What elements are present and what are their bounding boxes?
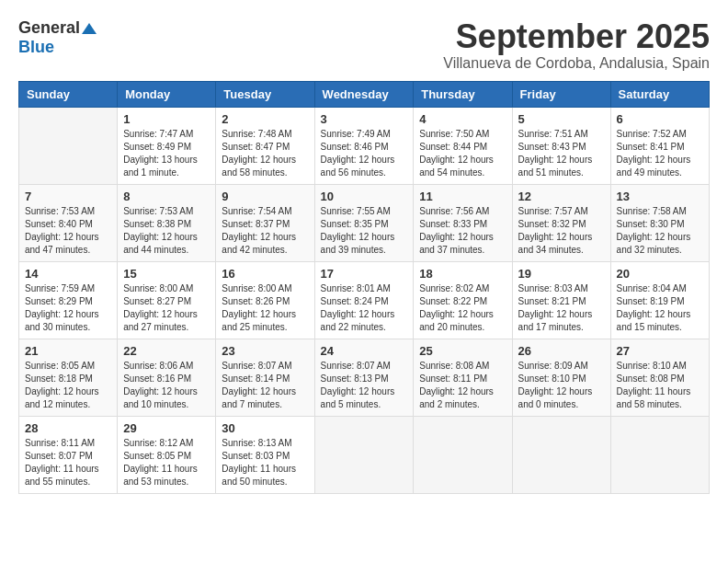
day-number: 13 xyxy=(617,190,703,203)
day-info: Sunrise: 8:00 AM Sunset: 8:26 PM Dayligh… xyxy=(222,282,308,334)
day-number: 9 xyxy=(222,190,308,203)
day-info: Sunrise: 7:56 AM Sunset: 8:33 PM Dayligh… xyxy=(419,205,506,257)
weekday-header-thursday: Thursday xyxy=(414,81,512,107)
weekday-header-friday: Friday xyxy=(512,81,610,107)
calendar-cell: 16Sunrise: 8:00 AM Sunset: 8:26 PM Dayli… xyxy=(216,261,314,339)
day-info: Sunrise: 8:11 AM Sunset: 8:07 PM Dayligh… xyxy=(25,437,111,488)
calendar-cell: 18Sunrise: 8:02 AM Sunset: 8:22 PM Dayli… xyxy=(414,261,512,339)
calendar-cell xyxy=(512,416,610,493)
calendar-cell xyxy=(414,416,512,493)
day-number: 29 xyxy=(123,421,210,435)
logo-blue-text: Blue xyxy=(18,38,54,57)
calendar-cell: 4Sunrise: 7:50 AM Sunset: 8:44 PM Daylig… xyxy=(414,107,512,184)
day-info: Sunrise: 8:04 AM Sunset: 8:19 PM Dayligh… xyxy=(617,282,703,334)
day-info: Sunrise: 7:49 AM Sunset: 8:46 PM Dayligh… xyxy=(321,128,408,179)
day-info: Sunrise: 7:47 AM Sunset: 8:49 PM Dayligh… xyxy=(123,128,210,179)
day-number: 15 xyxy=(123,267,210,281)
logo: General Blue xyxy=(18,18,97,57)
day-number: 11 xyxy=(419,190,506,203)
day-info: Sunrise: 8:03 AM Sunset: 8:21 PM Dayligh… xyxy=(518,282,605,334)
day-number: 12 xyxy=(518,190,605,203)
day-info: Sunrise: 7:48 AM Sunset: 8:47 PM Dayligh… xyxy=(222,128,308,179)
calendar-cell: 15Sunrise: 8:00 AM Sunset: 8:27 PM Dayli… xyxy=(118,261,216,339)
weekday-header-wednesday: Wednesday xyxy=(314,81,414,107)
day-number: 26 xyxy=(518,344,605,358)
calendar-cell: 26Sunrise: 8:09 AM Sunset: 8:10 PM Dayli… xyxy=(512,339,610,416)
title-area: September 2025 Villanueva de Cordoba, An… xyxy=(443,18,710,72)
calendar-week-row: 21Sunrise: 8:05 AM Sunset: 8:18 PM Dayli… xyxy=(19,339,710,416)
calendar-cell: 29Sunrise: 8:12 AM Sunset: 8:05 PM Dayli… xyxy=(118,416,216,493)
day-info: Sunrise: 8:06 AM Sunset: 8:16 PM Dayligh… xyxy=(123,360,210,411)
day-number: 5 xyxy=(518,112,605,126)
logo-triangle-icon xyxy=(82,23,97,34)
day-info: Sunrise: 8:08 AM Sunset: 8:11 PM Dayligh… xyxy=(419,360,506,411)
day-number: 22 xyxy=(123,344,210,358)
day-number: 23 xyxy=(222,344,308,358)
day-number: 16 xyxy=(222,267,308,281)
calendar-cell: 19Sunrise: 8:03 AM Sunset: 8:21 PM Dayli… xyxy=(512,261,610,339)
day-number: 8 xyxy=(123,190,210,203)
calendar-cell: 6Sunrise: 7:52 AM Sunset: 8:41 PM Daylig… xyxy=(610,107,709,184)
calendar-cell: 27Sunrise: 8:10 AM Sunset: 8:08 PM Dayli… xyxy=(610,339,709,416)
day-number: 20 xyxy=(617,267,703,281)
day-info: Sunrise: 8:10 AM Sunset: 8:08 PM Dayligh… xyxy=(617,360,703,411)
calendar-cell: 20Sunrise: 8:04 AM Sunset: 8:19 PM Dayli… xyxy=(610,261,709,339)
weekday-header-row: SundayMondayTuesdayWednesdayThursdayFrid… xyxy=(19,81,710,107)
weekday-header-saturday: Saturday xyxy=(610,81,709,107)
day-info: Sunrise: 7:54 AM Sunset: 8:37 PM Dayligh… xyxy=(222,205,308,257)
calendar-cell: 25Sunrise: 8:08 AM Sunset: 8:11 PM Dayli… xyxy=(414,339,512,416)
day-info: Sunrise: 8:12 AM Sunset: 8:05 PM Dayligh… xyxy=(123,437,210,488)
day-info: Sunrise: 7:55 AM Sunset: 8:35 PM Dayligh… xyxy=(321,205,408,257)
calendar-week-row: 7Sunrise: 7:53 AM Sunset: 8:40 PM Daylig… xyxy=(19,184,710,261)
month-title: September 2025 xyxy=(443,18,710,55)
day-info: Sunrise: 8:09 AM Sunset: 8:10 PM Dayligh… xyxy=(518,360,605,411)
day-number: 2 xyxy=(222,112,308,126)
logo-general-text: General xyxy=(18,18,80,38)
calendar-week-row: 1Sunrise: 7:47 AM Sunset: 8:49 PM Daylig… xyxy=(19,107,710,184)
day-info: Sunrise: 7:57 AM Sunset: 8:32 PM Dayligh… xyxy=(518,205,605,257)
day-number: 19 xyxy=(518,267,605,281)
day-number: 30 xyxy=(222,421,308,435)
day-number: 1 xyxy=(123,112,210,126)
calendar-week-row: 28Sunrise: 8:11 AM Sunset: 8:07 PM Dayli… xyxy=(19,416,710,493)
calendar-cell xyxy=(19,107,118,184)
calendar-cell: 23Sunrise: 8:07 AM Sunset: 8:14 PM Dayli… xyxy=(216,339,314,416)
location-text: Villanueva de Cordoba, Andalusia, Spain xyxy=(443,55,710,72)
day-number: 6 xyxy=(617,112,703,126)
day-number: 24 xyxy=(321,344,408,358)
calendar-cell: 12Sunrise: 7:57 AM Sunset: 8:32 PM Dayli… xyxy=(512,184,610,261)
calendar-cell: 21Sunrise: 8:05 AM Sunset: 8:18 PM Dayli… xyxy=(19,339,118,416)
calendar-week-row: 14Sunrise: 7:59 AM Sunset: 8:29 PM Dayli… xyxy=(19,261,710,339)
day-info: Sunrise: 7:53 AM Sunset: 8:40 PM Dayligh… xyxy=(25,205,111,257)
calendar-cell: 22Sunrise: 8:06 AM Sunset: 8:16 PM Dayli… xyxy=(118,339,216,416)
day-number: 10 xyxy=(321,190,408,203)
calendar-cell: 17Sunrise: 8:01 AM Sunset: 8:24 PM Dayli… xyxy=(314,261,414,339)
calendar-cell: 30Sunrise: 8:13 AM Sunset: 8:03 PM Dayli… xyxy=(216,416,314,493)
weekday-header-sunday: Sunday xyxy=(19,81,118,107)
calendar-cell: 2Sunrise: 7:48 AM Sunset: 8:47 PM Daylig… xyxy=(216,107,314,184)
day-number: 3 xyxy=(321,112,408,126)
day-info: Sunrise: 8:01 AM Sunset: 8:24 PM Dayligh… xyxy=(321,282,408,334)
weekday-header-tuesday: Tuesday xyxy=(216,81,314,107)
day-number: 17 xyxy=(321,267,408,281)
calendar-cell: 24Sunrise: 8:07 AM Sunset: 8:13 PM Dayli… xyxy=(314,339,414,416)
calendar-cell xyxy=(610,416,709,493)
day-number: 7 xyxy=(25,190,111,203)
day-number: 14 xyxy=(25,267,111,281)
day-info: Sunrise: 7:58 AM Sunset: 8:30 PM Dayligh… xyxy=(617,205,703,257)
calendar-cell: 13Sunrise: 7:58 AM Sunset: 8:30 PM Dayli… xyxy=(610,184,709,261)
page-header: General Blue September 2025 Villanueva d… xyxy=(18,18,710,72)
day-info: Sunrise: 8:07 AM Sunset: 8:13 PM Dayligh… xyxy=(321,360,408,411)
day-number: 27 xyxy=(617,344,703,358)
calendar-cell: 1Sunrise: 7:47 AM Sunset: 8:49 PM Daylig… xyxy=(118,107,216,184)
calendar-cell: 14Sunrise: 7:59 AM Sunset: 8:29 PM Dayli… xyxy=(19,261,118,339)
day-number: 28 xyxy=(25,421,111,435)
calendar-cell: 8Sunrise: 7:53 AM Sunset: 8:38 PM Daylig… xyxy=(118,184,216,261)
day-info: Sunrise: 8:00 AM Sunset: 8:27 PM Dayligh… xyxy=(123,282,210,334)
day-info: Sunrise: 7:53 AM Sunset: 8:38 PM Dayligh… xyxy=(123,205,210,257)
day-number: 25 xyxy=(419,344,506,358)
day-info: Sunrise: 7:51 AM Sunset: 8:43 PM Dayligh… xyxy=(518,128,605,179)
calendar-cell: 11Sunrise: 7:56 AM Sunset: 8:33 PM Dayli… xyxy=(414,184,512,261)
calendar-cell: 3Sunrise: 7:49 AM Sunset: 8:46 PM Daylig… xyxy=(314,107,414,184)
calendar-cell xyxy=(314,416,414,493)
